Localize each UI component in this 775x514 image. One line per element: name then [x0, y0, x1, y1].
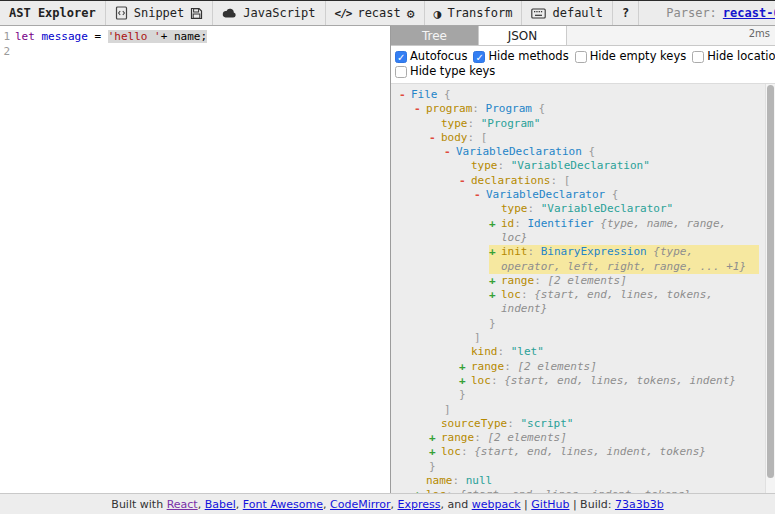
- snippet-button[interactable]: Snippet: [134, 6, 185, 20]
- tree-row[interactable]: +range: [2 elements]: [489, 274, 759, 288]
- checkbox-icon[interactable]: [395, 66, 407, 78]
- tree-row[interactable]: type: "VariableDeclaration": [459, 159, 759, 173]
- tree-row-content: }: [429, 460, 759, 474]
- parser-button[interactable]: recast: [357, 6, 400, 20]
- tree-row[interactable]: ]: [474, 331, 759, 345]
- tab-tree[interactable]: Tree: [391, 26, 479, 45]
- tab-json[interactable]: JSON: [479, 26, 567, 45]
- option-autofocus[interactable]: Autofocus: [395, 49, 467, 64]
- tree-row[interactable]: +range: [2 elements]: [429, 431, 759, 445]
- tree-row-content: declarations: [: [471, 174, 759, 188]
- footer-link[interactable]: GitHub: [531, 498, 569, 511]
- ast-pane: TreeJSON2ms AutofocusHide methodsHide em…: [391, 26, 775, 493]
- tree-row[interactable]: -declarations: [: [459, 174, 759, 188]
- ast-explorer-app: AST Explorer Snippet: [0, 0, 775, 514]
- expand-icon[interactable]: +: [489, 245, 501, 259]
- tree-row[interactable]: -File {: [399, 88, 759, 102]
- checkbox-icon[interactable]: [575, 51, 587, 63]
- option-hide-location-data[interactable]: Hide location data: [692, 49, 775, 64]
- checkbox-icon[interactable]: [395, 51, 407, 63]
- code-token: 'hello ': [108, 30, 161, 43]
- expand-icon[interactable]: +: [429, 445, 441, 459]
- tree-row[interactable]: +loc: {start, end, lines, indent, tokens…: [429, 445, 759, 459]
- tree-row[interactable]: +init: BinaryExpression {type, operator,…: [489, 245, 759, 274]
- save-icon[interactable]: [190, 7, 203, 20]
- snippet-group: Snippet: [106, 1, 214, 25]
- footer-link[interactable]: Babel: [205, 498, 236, 511]
- parser-version-link[interactable]: recast-0.20.3: [723, 6, 775, 20]
- transform-button[interactable]: Transform: [447, 6, 512, 20]
- tree-row-content: init: BinaryExpression {type, operator, …: [501, 245, 759, 274]
- expand-icon[interactable]: +: [414, 488, 426, 493]
- tree-row-content: loc: {start, end, lines, indent, tokens}: [426, 488, 759, 493]
- tree-row[interactable]: +loc: {start, end, lines, indent, tokens…: [414, 488, 759, 493]
- tree-row-content: body: [: [441, 131, 759, 145]
- tree-row[interactable]: +id: Identifier {type, name, range, loc}: [489, 217, 759, 246]
- tree-row[interactable]: kind: "let": [459, 345, 759, 359]
- footer-link[interactable]: CodeMirror: [330, 498, 391, 511]
- checkbox-icon[interactable]: [473, 51, 485, 63]
- footer-separator: ,: [391, 498, 398, 511]
- tree-row[interactable]: }: [459, 388, 759, 402]
- tree-row-content: range: [2 elements]: [471, 360, 759, 374]
- collapse-icon[interactable]: -: [459, 174, 471, 188]
- tree-row[interactable]: -body: [: [429, 131, 759, 145]
- tree-scrollbar-thumb[interactable]: [767, 85, 774, 478]
- footer-link[interactable]: webpack: [472, 498, 521, 511]
- footer-separator: |: [521, 498, 532, 511]
- option-hide-type-keys[interactable]: Hide type keys: [395, 64, 495, 79]
- help-button[interactable]: ?: [613, 1, 639, 25]
- collapse-icon[interactable]: -: [399, 88, 411, 102]
- footer-link[interactable]: React: [167, 498, 198, 511]
- app-title: AST Explorer: [0, 1, 106, 25]
- expand-icon[interactable]: +: [459, 360, 471, 374]
- footer-link[interactable]: Express: [398, 498, 441, 511]
- tree-row[interactable]: type: "Program": [429, 117, 759, 131]
- collapse-icon[interactable]: -: [429, 131, 441, 145]
- tree-options: AutofocusHide methodsHide empty keysHide…: [391, 46, 775, 84]
- tree-row[interactable]: sourceType: "script": [429, 417, 759, 431]
- gear-icon[interactable]: ⚙: [407, 7, 415, 20]
- tree-row[interactable]: -VariableDeclarator {: [474, 188, 759, 202]
- collapse-icon[interactable]: -: [474, 188, 486, 202]
- parser-info-label: Parser:: [666, 6, 717, 20]
- collapse-icon[interactable]: -: [414, 102, 426, 116]
- tree-row[interactable]: +loc: {start, end, lines, tokens, indent…: [459, 374, 759, 388]
- expand-icon[interactable]: +: [489, 274, 501, 288]
- footer-link[interactable]: 73a3b3b: [615, 498, 664, 511]
- code-editor[interactable]: 1let message = 'hello '+ name;2: [0, 26, 391, 493]
- transform-default-button[interactable]: default: [552, 6, 603, 20]
- code-line[interactable]: 1let message = 'hello '+ name;: [0, 29, 390, 44]
- code-line[interactable]: 2: [0, 44, 390, 59]
- tree-row[interactable]: -program: Program {: [414, 102, 759, 116]
- option-hide-methods[interactable]: Hide methods: [473, 49, 568, 64]
- expand-icon[interactable]: +: [489, 217, 501, 231]
- expand-icon[interactable]: +: [459, 374, 471, 388]
- tree-row[interactable]: }: [429, 460, 759, 474]
- tree-row[interactable]: ]: [444, 403, 759, 417]
- option-hide-empty-keys[interactable]: Hide empty keys: [575, 49, 687, 64]
- transform-toggle-icon[interactable]: ◑: [434, 7, 442, 20]
- tree-row[interactable]: -VariableDeclaration {: [444, 145, 759, 159]
- code-token: message: [42, 30, 88, 43]
- tree-row[interactable]: }: [489, 317, 759, 331]
- tree-row[interactable]: +range: [2 elements]: [459, 360, 759, 374]
- tree-scrollbar[interactable]: [765, 84, 775, 493]
- tree-row-content: program: Program {: [426, 102, 759, 116]
- language-button[interactable]: JavaScript: [243, 6, 315, 20]
- checkbox-icon[interactable]: [692, 51, 704, 63]
- tree-row[interactable]: name: null: [414, 474, 759, 488]
- cloud-icon: [222, 7, 237, 19]
- footer-link[interactable]: Font Awesome: [243, 498, 323, 511]
- tree-row-content: loc: {start, end, lines, indent, tokens}: [441, 445, 759, 459]
- tree-row-content: sourceType: "script": [441, 417, 759, 431]
- tree-row[interactable]: +loc: {start, end, lines, tokens, indent…: [489, 288, 759, 317]
- option-label: Hide type keys: [410, 64, 495, 79]
- transform-default-group: default: [522, 1, 613, 25]
- expand-icon[interactable]: +: [489, 288, 501, 302]
- code-token: let: [15, 30, 35, 43]
- tree-row-content: VariableDeclarator {: [486, 188, 759, 202]
- expand-icon[interactable]: +: [429, 431, 441, 445]
- collapse-icon[interactable]: -: [444, 145, 456, 159]
- tree-row[interactable]: type: "VariableDeclarator": [489, 202, 759, 216]
